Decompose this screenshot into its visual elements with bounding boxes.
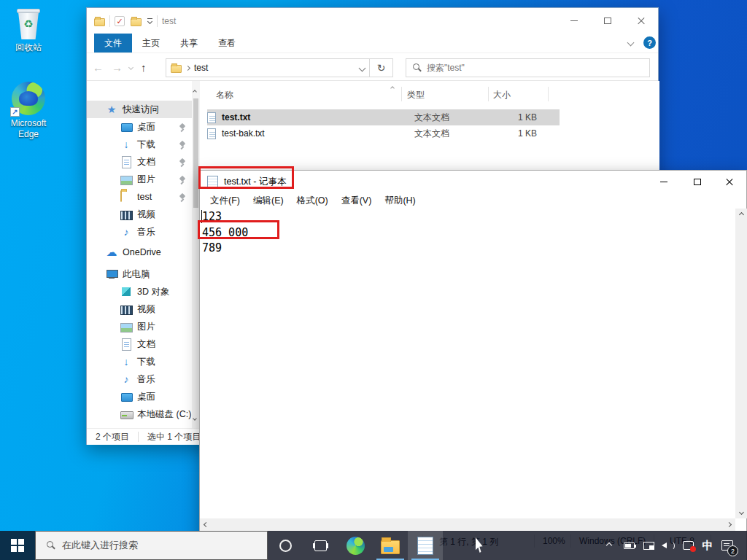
recent-locations-icon[interactable] bbox=[128, 65, 133, 70]
qat-customize-icon[interactable] bbox=[147, 18, 152, 23]
sidebar-item-this-pc[interactable]: 此电脑 bbox=[87, 265, 192, 283]
notepad-minimize-button[interactable] bbox=[647, 171, 681, 192]
pin-icon bbox=[178, 158, 186, 167]
menu-file[interactable]: 文件(F) bbox=[204, 195, 247, 207]
notepad-window: test.txt - 记事本 文件(F) 编辑(E) 格式(O) 查看(V) 帮… bbox=[199, 170, 747, 560]
music-icon: ♪ bbox=[120, 373, 132, 385]
sidebar-item-videos-pc[interactable]: 视频 bbox=[87, 300, 192, 318]
sidebar-item-desktop-pc[interactable]: 桌面 bbox=[87, 388, 192, 405]
volume-icon[interactable] bbox=[662, 539, 675, 552]
this-pc-icon bbox=[106, 268, 117, 280]
scroll-up-icon[interactable] bbox=[735, 209, 747, 221]
explorer-search-placeholder: 搜索"test" bbox=[427, 62, 465, 74]
tab-file[interactable]: 文件 bbox=[94, 34, 132, 52]
taskbar-notepad-button[interactable] bbox=[408, 531, 443, 560]
task-view-icon bbox=[314, 540, 327, 551]
notepad-close-button[interactable] bbox=[713, 171, 746, 192]
screen-record-icon[interactable] bbox=[681, 539, 694, 552]
forward-icon[interactable]: → bbox=[112, 53, 123, 81]
tab-view[interactable]: 查看 bbox=[208, 34, 246, 52]
explorer-minimize-button[interactable] bbox=[557, 8, 591, 34]
sidebar-item-quick-access[interactable]: ★快速访问 bbox=[87, 101, 192, 118]
menu-view[interactable]: 查看(V) bbox=[335, 195, 379, 207]
battery-icon[interactable] bbox=[622, 539, 635, 552]
address-path[interactable]: test bbox=[194, 63, 208, 73]
explorer-search-box[interactable]: 搜索"test" bbox=[406, 58, 650, 77]
downloads-icon: ↓ bbox=[120, 356, 132, 368]
menu-format[interactable]: 格式(O) bbox=[290, 195, 335, 207]
column-header-type[interactable]: 类型 bbox=[407, 85, 425, 105]
sidebar-item-music[interactable]: ♪音乐 bbox=[87, 223, 192, 241]
back-icon[interactable]: ← bbox=[93, 53, 104, 81]
notepad-icon bbox=[417, 537, 433, 555]
edge-icon: ↗ bbox=[12, 82, 45, 115]
scroll-up-icon[interactable] bbox=[193, 85, 196, 96]
tab-home[interactable]: 主页 bbox=[132, 34, 170, 52]
sidebar-item-3d-objects[interactable]: 3D 对象 bbox=[87, 283, 192, 300]
downloads-icon: ↓ bbox=[120, 139, 132, 150]
items-count: 2 个项目 bbox=[96, 431, 129, 443]
scroll-down-icon[interactable] bbox=[735, 506, 747, 518]
taskbar-task-view-button[interactable] bbox=[303, 531, 338, 560]
explorer-window-title: test bbox=[162, 16, 176, 26]
onedrive-icon: ☁ bbox=[106, 246, 117, 258]
scroll-down-icon[interactable] bbox=[193, 412, 196, 422]
notepad-vertical-scrollbar[interactable] bbox=[735, 209, 747, 518]
refresh-button[interactable]: ↻ bbox=[370, 58, 393, 77]
sidebar-item-downloads-pc[interactable]: ↓下载 bbox=[87, 353, 192, 370]
desktop-icon-edge[interactable]: ↗ Microsoft Edge bbox=[5, 82, 52, 140]
sidebar-item-videos[interactable]: 视频 bbox=[87, 206, 192, 223]
tab-share[interactable]: 共享 bbox=[170, 34, 208, 52]
system-tray: 中 2 bbox=[603, 531, 747, 560]
sidebar-item-documents[interactable]: 文档 bbox=[87, 153, 192, 171]
taskbar-explorer-button[interactable] bbox=[373, 531, 408, 560]
sidebar-item-desktop[interactable]: 桌面 bbox=[87, 118, 192, 136]
file-row-test-bak-txt[interactable]: test-bak.txt 文本文档 1 KB bbox=[207, 125, 560, 141]
taskbar-cortana-button[interactable] bbox=[268, 531, 303, 560]
qat-newfolder-icon[interactable] bbox=[131, 18, 142, 26]
taskbar-search-box[interactable]: 在此键入进行搜索 bbox=[35, 531, 268, 560]
address-dropdown-icon[interactable] bbox=[359, 64, 366, 71]
sidebar-item-local-disk-c[interactable]: 本地磁盘 (C:) bbox=[87, 405, 192, 423]
scroll-right-icon[interactable] bbox=[723, 518, 735, 531]
menu-help[interactable]: 帮助(H) bbox=[378, 195, 422, 207]
quick-access-icon: ★ bbox=[106, 104, 117, 115]
explorer-maximize-button[interactable] bbox=[591, 8, 624, 34]
notepad-menubar: 文件(F) 编辑(E) 格式(O) 查看(V) 帮助(H) bbox=[200, 192, 746, 209]
sidebar-item-documents-pc[interactable]: 文档 bbox=[87, 335, 192, 353]
notepad-text-area[interactable]: 123 456 000 789 bbox=[200, 209, 735, 518]
tray-expand-icon[interactable] bbox=[603, 539, 616, 552]
address-bar[interactable]: test bbox=[166, 58, 370, 77]
taskbar-edge-button[interactable] bbox=[338, 531, 373, 560]
notepad-maximize-button[interactable] bbox=[681, 171, 714, 192]
sidebar-item-pictures-pc[interactable]: 图片 bbox=[87, 318, 192, 335]
folder-icon bbox=[120, 191, 132, 203]
file-row-test-txt[interactable]: test.txt 文本文档 1 KB bbox=[207, 109, 560, 125]
start-button[interactable] bbox=[0, 531, 35, 560]
desktop-icon bbox=[120, 121, 132, 133]
action-center-button[interactable]: 2 bbox=[721, 539, 734, 552]
up-icon[interactable]: ↑ bbox=[141, 53, 147, 81]
notepad-horizontal-scrollbar[interactable] bbox=[200, 518, 735, 531]
explorer-close-button[interactable] bbox=[624, 8, 658, 34]
ime-indicator[interactable]: 中 bbox=[701, 539, 714, 552]
explorer-titlebar[interactable]: ✓ test bbox=[87, 8, 658, 34]
recycle-bin-icon: ♻ bbox=[16, 9, 41, 39]
network-icon[interactable] bbox=[642, 539, 655, 552]
sidebar-item-music-pc[interactable]: ♪音乐 bbox=[87, 370, 192, 388]
sidebar-item-downloads[interactable]: ↓下载 bbox=[87, 136, 192, 153]
column-header-size[interactable]: 大小 bbox=[493, 85, 511, 105]
column-header-name[interactable]: 名称 bbox=[216, 85, 233, 105]
recycle-bin-label: 回收站 bbox=[5, 42, 52, 53]
scroll-left-icon[interactable] bbox=[200, 518, 212, 531]
desktop-icon-recycle-bin[interactable]: ♻ 回收站 bbox=[5, 9, 52, 53]
documents-icon bbox=[120, 338, 132, 350]
sidebar-item-pictures[interactable]: 图片 bbox=[87, 171, 192, 188]
scrollbar-thumb[interactable] bbox=[193, 98, 198, 208]
explorer-app-icon bbox=[94, 18, 105, 26]
sidebar-item-test[interactable]: test bbox=[87, 188, 192, 206]
qat-properties-icon[interactable]: ✓ bbox=[115, 16, 125, 26]
help-icon[interactable]: ? bbox=[643, 36, 656, 49]
sidebar-item-onedrive[interactable]: ☁OneDrive bbox=[87, 244, 192, 261]
menu-edit[interactable]: 编辑(E) bbox=[247, 195, 290, 207]
